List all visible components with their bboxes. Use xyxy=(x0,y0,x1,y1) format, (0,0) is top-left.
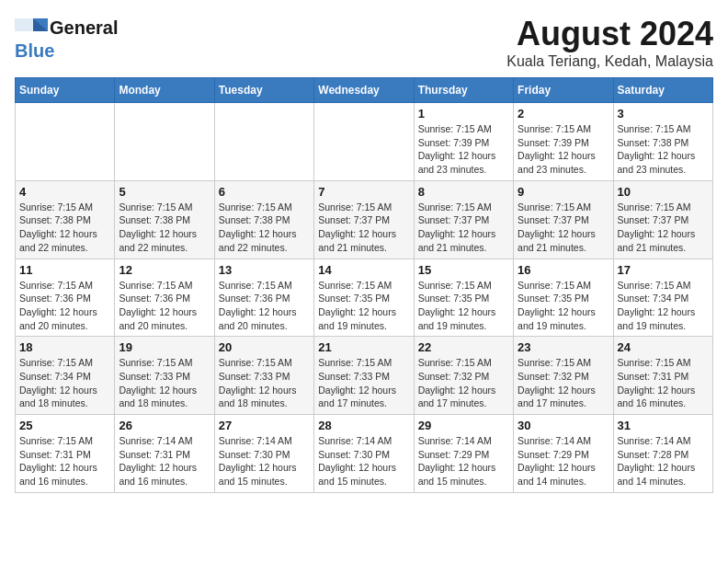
calendar-cell xyxy=(314,103,414,181)
day-info: Sunrise: 7:15 AM Sunset: 7:39 PM Dayligh… xyxy=(518,122,609,177)
calendar-cell: 6Sunrise: 7:15 AM Sunset: 7:38 PM Daylig… xyxy=(214,180,313,259)
week-row-1: 1Sunrise: 7:15 AM Sunset: 7:39 PM Daylig… xyxy=(16,103,713,181)
day-number: 22 xyxy=(418,340,509,354)
page-header: General Blue August 2024 Kuala Teriang, … xyxy=(15,15,713,70)
day-number: 29 xyxy=(418,419,509,432)
calendar-cell: 2Sunrise: 7:15 AM Sunset: 7:39 PM Daylig… xyxy=(514,103,613,181)
column-header-saturday: Saturday xyxy=(613,78,712,103)
calendar-cell xyxy=(16,103,115,181)
day-number: 4 xyxy=(19,185,110,199)
calendar-cell: 30Sunrise: 7:14 AM Sunset: 7:29 PM Dayli… xyxy=(514,415,613,493)
logo-general: General xyxy=(50,17,118,39)
logo-blue: Blue xyxy=(15,40,54,61)
day-number: 12 xyxy=(119,263,210,277)
day-number: 5 xyxy=(119,185,210,199)
calendar-cell: 12Sunrise: 7:15 AM Sunset: 7:36 PM Dayli… xyxy=(115,259,214,337)
day-number: 14 xyxy=(318,263,409,277)
logo: General Blue xyxy=(15,15,118,62)
calendar-table: SundayMondayTuesdayWednesdayThursdayFrid… xyxy=(15,77,713,493)
day-info: Sunrise: 7:15 AM Sunset: 7:35 PM Dayligh… xyxy=(418,279,509,333)
day-info: Sunrise: 7:15 AM Sunset: 7:36 PM Dayligh… xyxy=(219,279,310,333)
day-number: 13 xyxy=(219,263,310,277)
day-number: 6 xyxy=(219,185,310,199)
calendar-cell: 22Sunrise: 7:15 AM Sunset: 7:32 PM Dayli… xyxy=(414,337,513,415)
day-number: 26 xyxy=(119,419,210,432)
week-row-2: 4Sunrise: 7:15 AM Sunset: 7:38 PM Daylig… xyxy=(16,180,713,259)
day-number: 10 xyxy=(618,185,709,199)
month-title: August 2024 xyxy=(506,15,713,53)
day-info: Sunrise: 7:14 AM Sunset: 7:30 PM Dayligh… xyxy=(219,434,310,488)
day-info: Sunrise: 7:14 AM Sunset: 7:31 PM Dayligh… xyxy=(119,434,210,488)
calendar-cell: 3Sunrise: 7:15 AM Sunset: 7:38 PM Daylig… xyxy=(613,103,712,181)
day-info: Sunrise: 7:15 AM Sunset: 7:38 PM Dayligh… xyxy=(219,201,310,255)
week-row-5: 25Sunrise: 7:15 AM Sunset: 7:31 PM Dayli… xyxy=(16,415,713,493)
calendar-cell xyxy=(115,103,214,181)
day-number: 25 xyxy=(19,419,110,432)
week-row-3: 11Sunrise: 7:15 AM Sunset: 7:36 PM Dayli… xyxy=(16,259,713,337)
day-info: Sunrise: 7:15 AM Sunset: 7:36 PM Dayligh… xyxy=(19,279,110,333)
calendar-cell: 15Sunrise: 7:15 AM Sunset: 7:35 PM Dayli… xyxy=(414,259,513,337)
day-number: 3 xyxy=(618,107,709,121)
column-header-monday: Monday xyxy=(115,78,214,103)
calendar-cell: 19Sunrise: 7:15 AM Sunset: 7:33 PM Dayli… xyxy=(115,337,214,415)
day-info: Sunrise: 7:15 AM Sunset: 7:35 PM Dayligh… xyxy=(318,279,409,333)
calendar-cell: 4Sunrise: 7:15 AM Sunset: 7:38 PM Daylig… xyxy=(16,180,115,259)
day-number: 2 xyxy=(518,107,609,121)
day-info: Sunrise: 7:15 AM Sunset: 7:32 PM Dayligh… xyxy=(418,356,509,410)
day-info: Sunrise: 7:14 AM Sunset: 7:29 PM Dayligh… xyxy=(418,434,509,488)
day-info: Sunrise: 7:14 AM Sunset: 7:28 PM Dayligh… xyxy=(618,434,709,488)
day-info: Sunrise: 7:15 AM Sunset: 7:35 PM Dayligh… xyxy=(518,279,609,333)
calendar-cell: 13Sunrise: 7:15 AM Sunset: 7:36 PM Dayli… xyxy=(214,259,313,337)
day-info: Sunrise: 7:15 AM Sunset: 7:38 PM Dayligh… xyxy=(618,122,709,177)
calendar-cell: 29Sunrise: 7:14 AM Sunset: 7:29 PM Dayli… xyxy=(414,415,513,493)
calendar-cell: 14Sunrise: 7:15 AM Sunset: 7:35 PM Dayli… xyxy=(314,259,414,337)
day-number: 7 xyxy=(318,185,409,199)
day-info: Sunrise: 7:15 AM Sunset: 7:37 PM Dayligh… xyxy=(418,201,509,255)
day-number: 30 xyxy=(518,419,609,432)
day-info: Sunrise: 7:14 AM Sunset: 7:29 PM Dayligh… xyxy=(518,434,609,488)
calendar-cell: 11Sunrise: 7:15 AM Sunset: 7:36 PM Dayli… xyxy=(16,259,115,337)
calendar-cell: 26Sunrise: 7:14 AM Sunset: 7:31 PM Dayli… xyxy=(115,415,214,493)
day-info: Sunrise: 7:15 AM Sunset: 7:33 PM Dayligh… xyxy=(318,356,409,410)
calendar-cell: 20Sunrise: 7:15 AM Sunset: 7:33 PM Dayli… xyxy=(214,337,313,415)
calendar-cell: 28Sunrise: 7:14 AM Sunset: 7:30 PM Dayli… xyxy=(314,415,414,493)
day-info: Sunrise: 7:15 AM Sunset: 7:37 PM Dayligh… xyxy=(618,201,709,255)
day-number: 31 xyxy=(618,419,709,432)
day-number: 9 xyxy=(518,185,609,199)
day-info: Sunrise: 7:15 AM Sunset: 7:32 PM Dayligh… xyxy=(518,356,609,410)
day-number: 16 xyxy=(518,263,609,277)
location: Kuala Teriang, Kedah, Malaysia xyxy=(506,53,713,70)
day-info: Sunrise: 7:15 AM Sunset: 7:33 PM Dayligh… xyxy=(219,356,310,410)
calendar-cell: 25Sunrise: 7:15 AM Sunset: 7:31 PM Dayli… xyxy=(16,415,115,493)
day-number: 24 xyxy=(618,340,709,354)
day-info: Sunrise: 7:14 AM Sunset: 7:30 PM Dayligh… xyxy=(318,434,409,488)
calendar-cell: 17Sunrise: 7:15 AM Sunset: 7:34 PM Dayli… xyxy=(613,259,712,337)
calendar-cell: 16Sunrise: 7:15 AM Sunset: 7:35 PM Dayli… xyxy=(514,259,613,337)
calendar-cell: 18Sunrise: 7:15 AM Sunset: 7:34 PM Dayli… xyxy=(16,337,115,415)
column-header-sunday: Sunday xyxy=(16,78,115,103)
calendar-cell: 8Sunrise: 7:15 AM Sunset: 7:37 PM Daylig… xyxy=(414,180,513,259)
logo-icon xyxy=(15,15,48,40)
day-info: Sunrise: 7:15 AM Sunset: 7:37 PM Dayligh… xyxy=(318,201,409,255)
day-info: Sunrise: 7:15 AM Sunset: 7:34 PM Dayligh… xyxy=(19,356,110,410)
column-header-wednesday: Wednesday xyxy=(314,78,414,103)
day-number: 23 xyxy=(518,340,609,354)
calendar-cell: 21Sunrise: 7:15 AM Sunset: 7:33 PM Dayli… xyxy=(314,337,414,415)
day-info: Sunrise: 7:15 AM Sunset: 7:38 PM Dayligh… xyxy=(119,201,210,255)
day-number: 11 xyxy=(19,263,110,277)
day-number: 19 xyxy=(119,340,210,354)
day-number: 18 xyxy=(19,340,110,354)
calendar-header-row: SundayMondayTuesdayWednesdayThursdayFrid… xyxy=(16,78,713,103)
calendar-cell: 1Sunrise: 7:15 AM Sunset: 7:39 PM Daylig… xyxy=(414,103,513,181)
day-info: Sunrise: 7:15 AM Sunset: 7:34 PM Dayligh… xyxy=(618,279,709,333)
day-info: Sunrise: 7:15 AM Sunset: 7:31 PM Dayligh… xyxy=(19,434,110,488)
day-number: 15 xyxy=(418,263,509,277)
svg-rect-3 xyxy=(15,18,33,31)
column-header-friday: Friday xyxy=(514,78,613,103)
calendar-cell: 31Sunrise: 7:14 AM Sunset: 7:28 PM Dayli… xyxy=(613,415,712,493)
calendar-cell: 9Sunrise: 7:15 AM Sunset: 7:37 PM Daylig… xyxy=(514,180,613,259)
title-area: August 2024 Kuala Teriang, Kedah, Malays… xyxy=(506,15,713,70)
day-info: Sunrise: 7:15 AM Sunset: 7:31 PM Dayligh… xyxy=(618,356,709,410)
day-number: 1 xyxy=(418,107,509,121)
day-number: 8 xyxy=(418,185,509,199)
